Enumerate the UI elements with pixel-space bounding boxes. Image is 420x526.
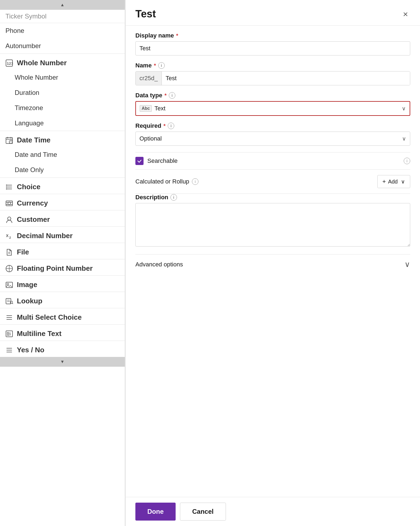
- name-input[interactable]: [162, 71, 410, 85]
- choice-icon: [5, 183, 13, 191]
- svg-text:X: X: [6, 234, 9, 238]
- add-button[interactable]: + Add ∨: [377, 175, 410, 188]
- file-icon: [5, 248, 13, 256]
- svg-text:def: def: [7, 334, 11, 336]
- list-item-phone[interactable]: Phone: [0, 23, 125, 38]
- customer-icon: [5, 216, 13, 223]
- data-type-label: Data type * i: [135, 92, 410, 99]
- top-item-truncated: Ticker Symbol: [0, 10, 125, 23]
- panel-footer: Done Cancel: [126, 497, 420, 526]
- description-label: Description i: [135, 194, 410, 201]
- decimal-icon: X 2: [5, 232, 13, 240]
- section-header-multi-select: Multi Select Choice: [0, 308, 125, 324]
- multi-select-icon: [5, 314, 13, 321]
- list-item-duration[interactable]: Duration: [0, 85, 125, 100]
- right-panel: Test × Display name * Name * i cr25d_: [125, 0, 420, 526]
- done-button[interactable]: Done: [135, 503, 176, 521]
- section-header-yes-no: Yes / No: [0, 341, 125, 357]
- list-item-whole-number[interactable]: Whole Number: [0, 70, 125, 85]
- add-icon: +: [382, 178, 386, 185]
- required-label: Required * i: [135, 122, 410, 129]
- section-header-date-time: Date Time: [0, 131, 125, 147]
- data-type-group: Data type * i Abc Text ∨: [135, 92, 410, 116]
- name-prefix: cr25d_: [136, 71, 162, 85]
- required-star: *: [163, 123, 166, 129]
- display-name-input[interactable]: [135, 41, 410, 55]
- required-dropdown[interactable]: Optional ∨: [135, 132, 410, 146]
- searchable-checkbox[interactable]: [135, 157, 144, 165]
- panel-title: Test: [135, 8, 156, 20]
- section-header-file: File: [0, 243, 125, 259]
- description-info-icon[interactable]: i: [170, 194, 177, 201]
- calculated-row: Calculated or Rollup i + Add ∨: [135, 170, 410, 194]
- image-icon: [5, 281, 13, 289]
- required-value: Optional: [139, 135, 162, 142]
- left-panel: ▲ Ticker Symbol Phone Autonumber 123 Who…: [0, 0, 125, 526]
- abc-icon: Abc: [140, 105, 152, 112]
- currency-icon: [5, 200, 13, 207]
- name-info-icon[interactable]: i: [158, 62, 165, 69]
- calc-info-icon[interactable]: i: [192, 178, 198, 185]
- svg-point-19: [8, 217, 11, 220]
- add-label: Add: [388, 179, 398, 185]
- searchable-info-icon[interactable]: i: [404, 158, 410, 164]
- display-name-required: *: [176, 33, 178, 39]
- section-header-currency: Currency: [0, 194, 125, 210]
- display-name-group: Display name *: [135, 32, 410, 55]
- section-header-floating-point: Floating Point Number: [0, 259, 125, 275]
- display-name-label: Display name *: [135, 32, 410, 39]
- list-item-autonumber[interactable]: Autonumber: [0, 38, 125, 54]
- add-chevron: ∨: [401, 178, 405, 185]
- section-header-lookup: Lookup: [0, 292, 125, 308]
- close-button[interactable]: ×: [401, 9, 410, 20]
- scroll-down-arrow[interactable]: ▼: [0, 357, 125, 367]
- svg-point-28: [7, 283, 9, 285]
- list-item-language[interactable]: Language: [0, 116, 125, 131]
- list-item-timezone[interactable]: Timezone: [0, 100, 125, 116]
- lookup-icon: [5, 297, 13, 305]
- section-header-image: Image: [0, 275, 125, 292]
- yes-no-icon: [5, 346, 13, 354]
- svg-rect-15: [6, 201, 13, 206]
- data-type-value: Text: [154, 105, 165, 112]
- svg-text:123: 123: [7, 61, 13, 66]
- panel-header: Test ×: [126, 0, 420, 26]
- section-header-decimal: X 2 Decimal Number: [0, 226, 125, 243]
- data-type-dropdown[interactable]: Abc Text ∨: [135, 101, 410, 116]
- name-label: Name * i: [135, 62, 410, 69]
- panel-content: Display name * Name * i cr25d_ Data type…: [126, 26, 420, 497]
- name-input-row: cr25d_: [135, 71, 410, 85]
- list-item-date-only[interactable]: Date Only: [0, 162, 125, 178]
- scroll-up-arrow[interactable]: ▲: [0, 0, 125, 10]
- required-group: Required * i Optional ∨: [135, 122, 410, 146]
- description-group: Description i: [135, 194, 410, 248]
- date-time-icon: [5, 136, 13, 144]
- required-chevron: ∨: [402, 135, 406, 142]
- section-header-choice: Choice: [0, 178, 125, 194]
- searchable-row: Searchable i: [135, 152, 410, 170]
- svg-text:2: 2: [9, 236, 11, 239]
- advanced-options-row[interactable]: Advanced options ∨: [135, 254, 410, 274]
- calc-label: Calculated or Rollup i: [135, 178, 198, 185]
- name-required: *: [154, 63, 156, 69]
- section-header-multiline-text: Abc def Multiline Text: [0, 324, 125, 341]
- svg-line-33: [12, 303, 13, 304]
- data-type-info-icon[interactable]: i: [169, 92, 175, 99]
- multiline-text-icon: Abc def: [5, 330, 13, 338]
- searchable-label: Searchable: [147, 157, 400, 164]
- whole-number-icon: 123: [5, 59, 13, 67]
- list-item-date-and-time[interactable]: Date and Time: [0, 147, 125, 162]
- top-item-label: Ticker Symbol: [5, 13, 46, 20]
- description-textarea[interactable]: [135, 203, 410, 247]
- floating-point-icon: [5, 265, 13, 272]
- section-header-whole-number: 123 Whole Number: [0, 54, 125, 70]
- name-group: Name * i cr25d_: [135, 62, 410, 85]
- data-type-required: *: [164, 92, 167, 99]
- advanced-chevron: ∨: [405, 260, 410, 269]
- required-info-icon[interactable]: i: [168, 123, 174, 129]
- cancel-button[interactable]: Cancel: [180, 503, 226, 521]
- data-type-chevron: ∨: [402, 105, 406, 112]
- section-header-customer: Customer: [0, 210, 125, 226]
- advanced-options-label: Advanced options: [135, 261, 183, 268]
